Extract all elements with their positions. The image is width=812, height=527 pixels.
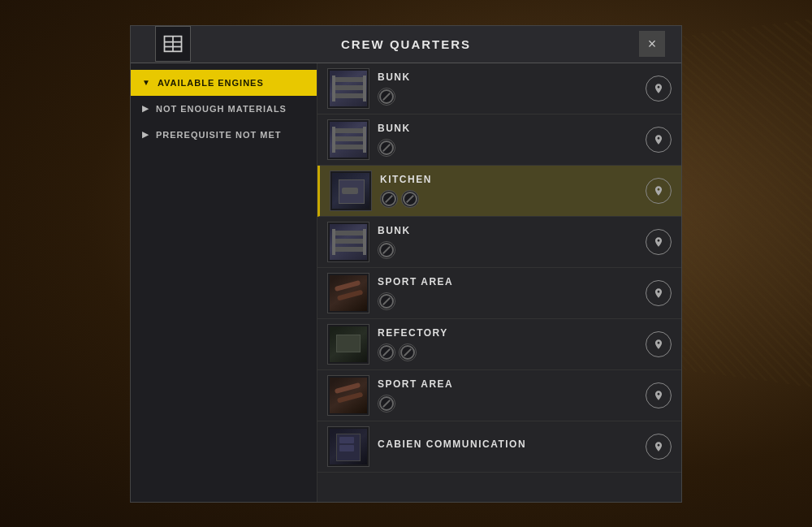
building-icon bbox=[162, 32, 184, 55]
list-item-sport1[interactable]: SPORT AREA bbox=[317, 268, 681, 319]
arrow-icon: ▶ bbox=[142, 104, 149, 113]
item-info: KITCHEN bbox=[380, 174, 639, 208]
item-status-icons bbox=[378, 343, 639, 361]
item-thumbnail bbox=[327, 68, 369, 109]
item-thumbnail bbox=[327, 273, 369, 313]
item-name: BUNK bbox=[378, 225, 639, 236]
status-icon-1 bbox=[401, 190, 419, 208]
status-icon-0 bbox=[378, 343, 395, 361]
location-icon bbox=[653, 134, 664, 145]
list-item-sport2[interactable]: SPORT AREA bbox=[317, 370, 681, 421]
location-icon bbox=[653, 287, 664, 299]
item-thumbnail bbox=[330, 171, 372, 211]
category-item-available[interactable]: ▼ AVAILABLE ENGINES bbox=[131, 70, 317, 96]
crew-quarters-modal: CREW QUARTERS × ▼ AVAILABLE ENGINES▶ NOT… bbox=[130, 25, 682, 503]
location-button[interactable] bbox=[646, 434, 672, 460]
item-name: CABIEN COMMUNICATION bbox=[378, 438, 639, 450]
location-icon bbox=[653, 390, 664, 401]
list-item-kitchen1[interactable]: KITCHEN bbox=[317, 166, 681, 217]
item-status-icons bbox=[378, 139, 639, 157]
item-thumbnail bbox=[327, 324, 369, 365]
item-info: SPORT AREA bbox=[378, 378, 639, 413]
arrow-icon: ▼ bbox=[142, 78, 151, 87]
status-icon-0 bbox=[378, 395, 395, 413]
item-info: BUNK bbox=[378, 71, 639, 106]
status-icon-0 bbox=[378, 88, 395, 106]
item-info: BUNK bbox=[378, 225, 639, 259]
location-button[interactable] bbox=[646, 280, 672, 306]
category-label: AVAILABLE ENGINES bbox=[158, 78, 264, 88]
status-icon-0 bbox=[380, 190, 398, 208]
item-thumbnail bbox=[327, 375, 369, 416]
item-name: BUNK bbox=[378, 71, 639, 83]
item-status-icons bbox=[378, 88, 639, 106]
location-icon bbox=[653, 236, 664, 248]
item-status-icons bbox=[380, 190, 639, 208]
item-info: SPORT AREA bbox=[378, 276, 639, 310]
modal-title: CREW QUARTERS bbox=[147, 37, 665, 51]
location-icon bbox=[653, 185, 664, 197]
close-button[interactable]: × bbox=[639, 31, 665, 57]
modal-body: ▼ AVAILABLE ENGINES▶ NOT ENOUGH MATERIAL… bbox=[131, 63, 681, 502]
item-thumbnail bbox=[327, 426, 369, 467]
location-button[interactable] bbox=[646, 331, 672, 357]
left-panel: ▼ AVAILABLE ENGINES▶ NOT ENOUGH MATERIAL… bbox=[131, 63, 317, 502]
location-icon bbox=[653, 339, 664, 350]
item-name: BUNK bbox=[378, 123, 639, 134]
status-icon-0 bbox=[378, 292, 395, 310]
location-button[interactable] bbox=[646, 229, 672, 255]
item-name: SPORT AREA bbox=[378, 378, 639, 390]
category-item-not_enough[interactable]: ▶ NOT ENOUGH MATERIALS bbox=[131, 96, 317, 122]
item-info: CABIEN COMMUNICATION bbox=[378, 438, 639, 455]
item-name: SPORT AREA bbox=[378, 276, 639, 287]
category-item-prereq[interactable]: ▶ PREREQUISITE NOT MET bbox=[131, 122, 317, 148]
item-name: REFECTORY bbox=[378, 327, 639, 339]
category-label: NOT ENOUGH MATERIALS bbox=[156, 104, 287, 114]
list-item-cabien1[interactable]: CABIEN COMMUNICATION bbox=[317, 421, 681, 473]
modal-icon bbox=[155, 26, 191, 62]
item-info: BUNK bbox=[378, 123, 639, 157]
location-button[interactable] bbox=[646, 76, 672, 102]
location-button[interactable] bbox=[646, 178, 672, 204]
item-status-icons bbox=[378, 292, 639, 310]
list-item-bunk3[interactable]: BUNK bbox=[317, 217, 681, 268]
category-label: PREREQUISITE NOT MET bbox=[156, 130, 281, 140]
status-icon-0 bbox=[378, 241, 395, 259]
right-panel: BUNK BUNK KITCHEN BUNK SPORT AREA REFECT… bbox=[317, 63, 681, 502]
item-status-icons bbox=[378, 241, 639, 259]
arrow-icon: ▶ bbox=[142, 130, 149, 139]
status-icon-1 bbox=[399, 343, 417, 361]
location-icon bbox=[653, 441, 664, 452]
status-icon-0 bbox=[378, 139, 395, 157]
item-thumbnail bbox=[327, 222, 369, 262]
item-name: KITCHEN bbox=[380, 174, 639, 185]
list-item-bunk2[interactable]: BUNK bbox=[317, 114, 681, 166]
item-thumbnail bbox=[327, 119, 369, 160]
location-button[interactable] bbox=[646, 382, 672, 408]
modal-header: CREW QUARTERS × bbox=[131, 26, 681, 63]
item-status-icons bbox=[378, 395, 639, 413]
item-info: REFECTORY bbox=[378, 327, 639, 361]
list-item-bunk1[interactable]: BUNK bbox=[317, 63, 681, 114]
location-button[interactable] bbox=[646, 127, 672, 153]
location-icon bbox=[653, 83, 664, 94]
list-item-refectory1[interactable]: REFECTORY bbox=[317, 319, 681, 370]
